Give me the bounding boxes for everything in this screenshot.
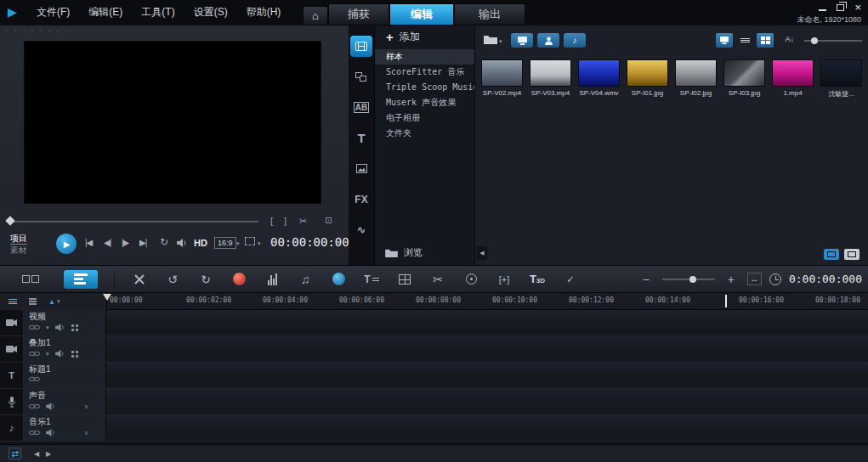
go-end-button[interactable]: ▶|: [139, 238, 146, 247]
menu-help[interactable]: 帮助(H): [237, 5, 291, 20]
menu-tools[interactable]: 工具(T): [132, 5, 184, 20]
split-clip-icon[interactable]: ✂: [299, 216, 307, 227]
filter-video-button[interactable]: [511, 33, 533, 48]
mode-project[interactable]: 项目: [10, 233, 27, 245]
timeline-ruler[interactable]: 00:00:00 00:00:02:00 00:00:04:00 00:00:0…: [106, 293, 868, 310]
music-track-header[interactable]: 音乐1 ∨: [24, 415, 106, 441]
sound-mixer-button[interactable]: [264, 270, 281, 289]
link-icon[interactable]: [29, 351, 40, 357]
link-icon[interactable]: [29, 430, 40, 436]
library-menu-button[interactable]: [844, 249, 859, 260]
import-caret-icon[interactable]: ▾: [499, 38, 502, 45]
title-track-lane[interactable]: [106, 363, 868, 388]
link-icon[interactable]: [29, 403, 40, 409]
hd-toggle[interactable]: HD: [194, 238, 207, 248]
record-capture-button[interactable]: [230, 270, 247, 289]
aspect-ratio-badge[interactable]: 16:9: [214, 237, 236, 249]
thumbnail-image[interactable]: [772, 59, 814, 87]
music-track-type-button[interactable]: ♪: [0, 415, 24, 441]
filter-category-button[interactable]: FX: [350, 189, 372, 210]
next-frame-button[interactable]: |▶: [122, 238, 128, 247]
voice-track-header[interactable]: 声音 ∨: [24, 389, 106, 414]
media-item[interactable]: SP-I02.jpg: [675, 59, 717, 99]
link-icon[interactable]: [29, 324, 40, 330]
project-range-button[interactable]: ⇄: [9, 448, 21, 459]
motion-tracking-button[interactable]: [462, 270, 479, 289]
subtitle-category-button[interactable]: AB: [350, 97, 372, 118]
link-icon[interactable]: [29, 376, 40, 382]
nav-item-photo-album[interactable]: 电子相册: [375, 110, 474, 126]
aspect-caret-icon[interactable]: ▾: [236, 240, 240, 247]
storyboard-view-button[interactable]: [14, 270, 48, 289]
fit-project-button[interactable]: ↔: [747, 273, 762, 285]
volume-icon[interactable]: [177, 239, 188, 247]
video-track-header[interactable]: 视频 ▾: [24, 310, 106, 335]
media-item[interactable]: SP-I01.jpg: [627, 59, 668, 99]
nav-item-muserk[interactable]: Muserk 声音效果: [375, 95, 474, 110]
import-media-icon[interactable]: [484, 34, 497, 44]
scrubber-thumb[interactable]: [5, 216, 14, 225]
media-item[interactable]: SP-V04.wmv: [578, 59, 620, 99]
media-item[interactable]: 沈敏捷...: [820, 59, 862, 99]
scroll-right-button[interactable]: ▶: [46, 450, 51, 458]
scroll-left-button[interactable]: ◀: [34, 450, 39, 458]
playhead-marker[interactable]: [103, 294, 111, 301]
preview-timecode[interactable]: 00:00:00:000: [270, 235, 356, 249]
tab-home[interactable]: ⌂: [303, 6, 328, 25]
loop-button[interactable]: ↻: [160, 236, 167, 248]
add-library-button[interactable]: + 添加: [375, 25, 474, 48]
track-points-button[interactable]: [+]: [496, 270, 513, 289]
title-3d-button[interactable]: T3D: [529, 270, 546, 289]
voice-track-type-button[interactable]: [0, 389, 24, 414]
redo-button[interactable]: ↻: [197, 270, 214, 289]
title-track-header[interactable]: 标题1: [24, 363, 106, 388]
overlay-track-type-button[interactable]: [0, 336, 24, 362]
caret-down-icon[interactable]: ▾: [46, 351, 49, 358]
thumbnail-image[interactable]: [723, 59, 765, 87]
ruler-options-button[interactable]: ▲ ▾: [48, 298, 60, 306]
duration-clock-icon[interactable]: [769, 273, 781, 285]
resize-caret-icon[interactable]: ▾: [258, 240, 261, 247]
play-button[interactable]: ▶: [56, 234, 77, 254]
mark-out-icon[interactable]: ]: [284, 216, 286, 226]
expand-track-icon[interactable]: ∨: [84, 403, 88, 410]
mute-speaker-icon[interactable]: [55, 324, 65, 331]
media-item[interactable]: SP-V03.mp4: [530, 59, 571, 99]
zoom-in-button[interactable]: +: [723, 270, 740, 289]
timeline-zoom-slider[interactable]: [662, 279, 715, 280]
filter-photo-button[interactable]: [537, 33, 559, 48]
voice-track-lane[interactable]: [106, 389, 868, 414]
scrubber-track[interactable]: [10, 221, 258, 223]
collapse-panel-button[interactable]: ◀: [477, 246, 487, 260]
caret-down-icon[interactable]: ▾: [46, 324, 49, 331]
ripple-edit-icon[interactable]: [71, 324, 78, 331]
expand-track-icon[interactable]: ∨: [84, 430, 88, 437]
transition-category-button[interactable]: [350, 66, 372, 87]
media-item[interactable]: 1.mp4: [772, 59, 814, 99]
painting-creator-button[interactable]: [330, 270, 347, 289]
thumbnail-image[interactable]: [627, 59, 668, 87]
close-icon[interactable]: ×: [854, 3, 861, 12]
title-category-button[interactable]: T: [350, 127, 372, 149]
media-item[interactable]: SP-I03.jpg: [723, 59, 765, 99]
timeline-view-button[interactable]: [64, 270, 98, 289]
thumbnail-image[interactable]: [820, 59, 862, 87]
tab-capture[interactable]: 捕获: [328, 3, 389, 25]
graphics-category-button[interactable]: [350, 158, 372, 179]
mode-clip[interactable]: 素材: [10, 245, 27, 256]
music-track-lane[interactable]: [106, 415, 868, 441]
nav-item-triple-scoop[interactable]: Triple Scoop Music: [375, 80, 474, 95]
pane-view-button[interactable]: [716, 33, 733, 48]
subtitle-editor-button[interactable]: T: [363, 270, 380, 289]
thumbnail-image[interactable]: [530, 59, 571, 87]
ripple-edit-icon[interactable]: [71, 351, 78, 358]
filter-audio-button[interactable]: ♪: [564, 33, 586, 48]
nav-item-folders[interactable]: 文件夹: [375, 126, 474, 141]
sort-button[interactable]: A↓: [785, 35, 794, 43]
thumbnail-image[interactable]: [481, 59, 523, 87]
mask-creator-button[interactable]: ✓: [562, 270, 579, 289]
go-start-button[interactable]: |◀: [85, 238, 92, 247]
auto-music-button[interactable]: ♫: [297, 270, 314, 289]
tab-share[interactable]: 输出: [454, 3, 525, 25]
nav-item-scorefitter[interactable]: ScoreFitter 音乐: [375, 65, 474, 80]
